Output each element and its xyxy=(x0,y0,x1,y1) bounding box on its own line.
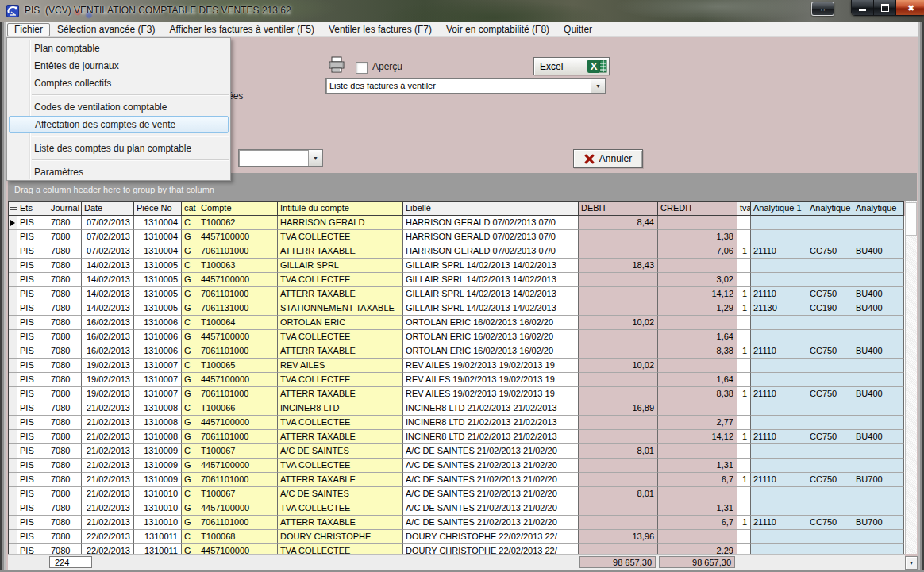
menubar-item-5[interactable]: Voir en comptabilité (F8) xyxy=(439,23,556,36)
grid-cell[interactable] xyxy=(853,416,904,430)
grid-cell[interactable]: ATTERR TAXABLE xyxy=(278,244,403,259)
grid-cell[interactable] xyxy=(579,287,658,301)
grid-cell[interactable]: 7080 xyxy=(48,344,82,359)
grid-cell[interactable]: PIS xyxy=(17,287,48,301)
grid-cell[interactable] xyxy=(579,516,658,530)
grid-cell[interactable]: 8,38 xyxy=(658,387,737,401)
grid-cell[interactable]: 4457100000 xyxy=(198,416,278,430)
grid-cell[interactable]: PIS xyxy=(17,316,48,330)
grid-cell[interactable]: 1310004 xyxy=(134,244,182,259)
grid-cell[interactable]: 1310005 xyxy=(134,273,182,287)
grid-cell[interactable]: 16/02/2013 xyxy=(82,344,134,359)
grid-cell[interactable]: 1310007 xyxy=(134,373,182,387)
grid-cell[interactable]: ORTOLAN ERIC 16/02/2013 16/02/20 xyxy=(403,344,579,359)
grid-cell[interactable]: 7080 xyxy=(48,230,82,244)
grid-cell[interactable]: T100062 xyxy=(198,216,278,230)
close-button[interactable]: ✖ xyxy=(896,0,924,15)
grid-cell[interactable] xyxy=(853,444,904,459)
grid-cell[interactable]: TVA COLLECTEE xyxy=(278,416,403,430)
file-menu-item[interactable]: Comptes collectifs xyxy=(9,75,229,92)
grid-cell[interactable]: A/C DE SAINTES 21/02/2013 21/02/20 xyxy=(403,473,579,487)
grid-cell[interactable] xyxy=(737,501,751,516)
grid-cell[interactable]: T100067 xyxy=(198,487,278,501)
row-indicator[interactable] xyxy=(9,530,17,544)
grid-cell[interactable]: ATTERR TAXABLE xyxy=(278,344,403,359)
grid-cell[interactable]: G xyxy=(182,516,198,530)
row-indicator[interactable] xyxy=(9,516,17,530)
grid-cell[interactable] xyxy=(658,444,737,459)
grid-cell[interactable]: 7061101000 xyxy=(198,430,278,444)
row-indicator[interactable] xyxy=(9,444,17,459)
column-header[interactable]: cat xyxy=(182,201,198,216)
grid-cell[interactable]: C xyxy=(182,401,198,416)
grid-cell[interactable]: 1,29 xyxy=(658,301,737,316)
grid-cell[interactable]: 21/02/2013 xyxy=(82,473,134,487)
column-header[interactable]: Pièce No xyxy=(134,201,182,216)
grid-cell[interactable]: G xyxy=(182,430,198,444)
grid-cell[interactable]: HARRISON GERALD 07/02/2013 07/0 xyxy=(403,244,579,259)
grid-cell[interactable]: 7080 xyxy=(48,459,82,473)
grid-cell[interactable] xyxy=(579,330,658,344)
grid-cell[interactable]: 8,44 xyxy=(579,216,658,230)
grid-cell[interactable] xyxy=(751,544,807,554)
grid-cell[interactable]: T100063 xyxy=(198,259,278,273)
grid-cell[interactable]: G xyxy=(182,544,198,554)
grid-cell[interactable]: C xyxy=(182,216,198,230)
grid-cell[interactable]: 1310011 xyxy=(134,530,182,544)
grid-cell[interactable] xyxy=(737,530,751,544)
column-header[interactable]: Analytique 2 xyxy=(807,201,853,216)
grid-cell[interactable] xyxy=(737,459,751,473)
grid-cell[interactable] xyxy=(751,501,807,516)
grid-cell[interactable] xyxy=(737,259,751,273)
grid-cell[interactable]: CC750 xyxy=(807,344,853,359)
grid-cell[interactable] xyxy=(853,373,904,387)
grid-cell[interactable]: 1 xyxy=(737,244,751,259)
grid-cell[interactable]: 7061101000 xyxy=(198,344,278,359)
grid-cell[interactable]: 1,64 xyxy=(658,373,737,387)
grid-cell[interactable]: 21/02/2013 xyxy=(82,444,134,459)
grid-cell[interactable]: 7,06 xyxy=(658,244,737,259)
grid-cell[interactable]: T100068 xyxy=(198,530,278,544)
grid-cell[interactable]: 1310010 xyxy=(134,487,182,501)
grid-cell[interactable]: 1310009 xyxy=(134,444,182,459)
grid-cell[interactable]: T100066 xyxy=(198,401,278,416)
grid-cell[interactable]: 4457100000 xyxy=(198,373,278,387)
grid-cell[interactable] xyxy=(737,330,751,344)
grid-cell[interactable]: A/C DE SAINTES 21/02/2013 21/02/20 xyxy=(403,487,579,501)
grid-cell[interactable]: ORTOLAN ERIC 16/02/2013 16/02/20 xyxy=(403,330,579,344)
annuler-button[interactable]: Annuler xyxy=(573,149,643,168)
grid-cell[interactable]: C xyxy=(182,259,198,273)
grid-cell[interactable] xyxy=(751,316,807,330)
grid-cell[interactable]: BU400 xyxy=(853,430,904,444)
grid-cell[interactable]: GILLAIR SPRL 14/02/2013 14/02/2013 xyxy=(403,259,579,273)
grid-cell[interactable]: PIS xyxy=(17,530,48,544)
grid-cell[interactable]: GILLAIR SPRL 14/02/2013 14/02/2013 xyxy=(403,287,579,301)
grid-cell[interactable] xyxy=(807,230,853,244)
grid-cell[interactable] xyxy=(807,359,853,373)
grid-cell[interactable]: 6,7 xyxy=(658,516,737,530)
grid-cell[interactable]: CC750 xyxy=(807,516,853,530)
column-header[interactable]: Date xyxy=(82,201,134,216)
grid-cell[interactable]: 8,01 xyxy=(579,444,658,459)
grid-cell[interactable]: G xyxy=(182,244,198,259)
grid-cell[interactable] xyxy=(658,216,737,230)
grid-cell[interactable]: 7080 xyxy=(48,316,82,330)
grid-cell[interactable] xyxy=(807,259,853,273)
grid-cell[interactable]: 7061101000 xyxy=(198,473,278,487)
column-header[interactable]: Compte xyxy=(198,201,278,216)
grid-cell[interactable]: 21/02/2013 xyxy=(82,430,134,444)
grid-cell[interactable]: 1,31 xyxy=(658,459,737,473)
grid-cell[interactable]: 1310004 xyxy=(134,230,182,244)
grid-cell[interactable]: 8,01 xyxy=(579,487,658,501)
grid-cell[interactable]: 16,89 xyxy=(579,401,658,416)
row-indicator[interactable] xyxy=(9,330,17,344)
grid-cell[interactable]: PIS xyxy=(17,244,48,259)
grid-cell[interactable]: GILLAIR SPRL xyxy=(278,259,403,273)
grid-cell[interactable] xyxy=(579,230,658,244)
grid-cell[interactable] xyxy=(737,416,751,430)
grid-cell[interactable]: PIS xyxy=(17,401,48,416)
grid-cell[interactable]: 7080 xyxy=(48,259,82,273)
grid-cell[interactable]: 1310008 xyxy=(134,401,182,416)
grid-cell[interactable]: HARRISON GERALD xyxy=(278,216,403,230)
file-menu-item[interactable]: Plan comptable xyxy=(9,40,229,57)
